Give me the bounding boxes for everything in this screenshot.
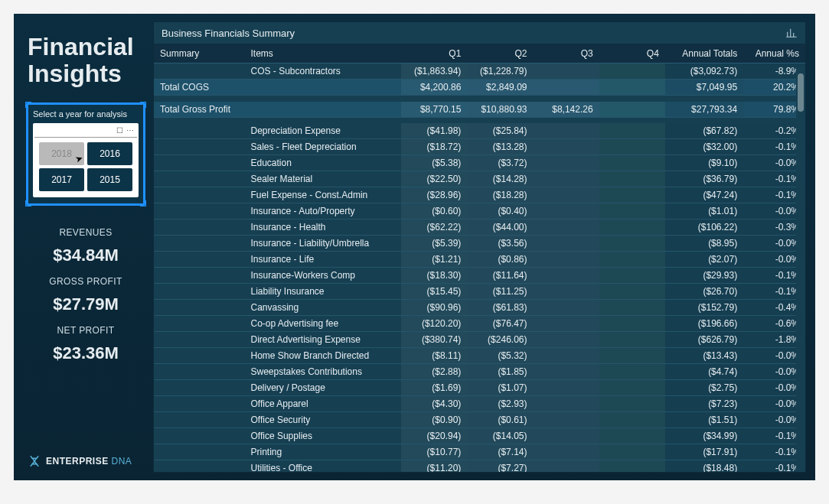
cell[interactable]: ($1.69) [401,380,467,396]
cell[interactable]: ($1.07) [467,380,533,396]
cell[interactable]: ($15.45) [401,284,467,300]
cell[interactable] [599,236,665,252]
cell[interactable]: ($18.72) [401,139,467,155]
cell[interactable]: ($1.21) [401,252,467,268]
cell[interactable] [533,332,599,348]
table-row[interactable]: Printing($10.77)($7.14)($17.91)-0.1% [154,444,805,460]
cell[interactable]: Insurance - Life [244,252,401,268]
table-row[interactable]: Office Apparel($4.30)($2.93)($7.23)-0.0% [154,396,805,412]
cell[interactable] [154,252,244,268]
cell[interactable] [154,444,244,460]
col-q3[interactable]: Q3 [533,44,599,63]
col-q4[interactable]: Q4 [599,44,665,63]
cell[interactable]: ($2.93) [467,396,533,412]
cell[interactable]: ($5.32) [467,348,533,364]
cell[interactable]: ($120.20) [401,316,467,332]
cell[interactable]: Insurance - Health [244,219,401,236]
cell[interactable] [599,428,665,444]
vertical-scrollbar[interactable] [796,67,805,472]
cell[interactable]: ($0.60) [401,203,467,219]
cell[interactable]: Sales - Fleet Depreciation [244,139,401,155]
table-row[interactable]: Insurance - Auto/Property($0.60)($0.40)(… [154,203,805,219]
cell[interactable]: ($7.23) [665,396,743,412]
cell[interactable]: ($2.88) [401,364,467,380]
cell[interactable] [154,364,244,380]
cell[interactable]: ($3.56) [467,236,533,252]
cell[interactable]: ($626.79) [665,332,743,348]
cell[interactable] [533,300,599,316]
cell[interactable]: ($1,863.94) [401,63,467,80]
cell[interactable]: ($44.00) [467,219,533,236]
cell[interactable] [599,444,665,460]
cell[interactable]: ($9.10) [665,155,743,171]
bar-chart-icon[interactable] [785,27,798,39]
cell[interactable] [154,268,244,284]
cell[interactable] [154,236,244,252]
cell[interactable]: ($22.50) [401,171,467,187]
year-slicer[interactable]: Select a year for analysis ☐ ⋯ 2018➤2016… [26,102,145,206]
table-row[interactable]: Home Show Branch Directed($8.11)($5.32)(… [154,348,805,364]
cell[interactable] [154,316,244,332]
cell[interactable] [154,139,244,155]
cell[interactable]: Co-op Advertising fee [244,316,401,332]
cell[interactable] [599,412,665,428]
cell[interactable] [533,380,599,396]
table-row[interactable]: Sales - Fleet Depreciation($18.72)($13.2… [154,139,805,155]
cell[interactable]: ($5.39) [401,236,467,252]
cell[interactable]: ($18.28) [467,187,533,203]
cell[interactable]: ($41.98) [401,123,467,139]
cell[interactable]: Insurance - Liability/Umbrella [244,236,401,252]
cell[interactable]: $27,793.34 [665,102,743,118]
cell[interactable]: ($246.06) [467,332,533,348]
cell[interactable] [244,102,401,118]
cell[interactable] [533,139,599,155]
cell[interactable] [599,460,665,473]
cell[interactable] [599,123,665,139]
cell[interactable]: Fuel Expense - Const.Admin [244,187,401,203]
cell[interactable]: Direct Advertising Expense [244,332,401,348]
cell[interactable] [599,332,665,348]
cell[interactable]: ($11.20) [401,460,467,473]
cell[interactable]: ($67.82) [665,123,743,139]
cell[interactable]: ($7.14) [467,444,533,460]
cell[interactable] [154,203,244,219]
more-options-icon[interactable]: ⋯ [126,126,134,135]
cell[interactable]: ($20.94) [401,428,467,444]
cell[interactable]: Sealer Material [244,171,401,187]
cell[interactable] [154,284,244,300]
cell[interactable] [154,396,244,412]
cell[interactable] [154,412,244,428]
cell[interactable] [154,219,244,236]
cell[interactable] [599,63,665,80]
col-q1[interactable]: Q1 [401,44,467,63]
cell[interactable] [533,284,599,300]
cell[interactable]: ($2.75) [665,380,743,396]
cell[interactable]: ($62.22) [401,219,467,236]
cell[interactable]: ($76.47) [467,316,533,332]
cell[interactable] [533,444,599,460]
cell[interactable] [599,139,665,155]
cell[interactable]: ($32.00) [665,139,743,155]
cell[interactable]: ($14.05) [467,428,533,444]
cell[interactable]: ($29.93) [665,268,743,284]
cell[interactable]: ($4.74) [665,364,743,380]
table-row[interactable]: COS - Subcontractors($1,863.94)($1,228.7… [154,63,805,80]
table-row[interactable]: Education($5.38)($3.72)($9.10)-0.0% [154,155,805,171]
table-row[interactable]: Total Gross Profit$8,770.15$10,880.93$8,… [154,102,805,118]
cell[interactable]: ($7.27) [467,460,533,473]
cell[interactable]: ($0.61) [467,412,533,428]
cell[interactable]: Office Supplies [244,428,401,444]
cell[interactable] [599,300,665,316]
focus-mode-icon[interactable]: ☐ [116,126,123,135]
cell[interactable]: ($1.51) [665,412,743,428]
cell[interactable] [533,219,599,236]
cell[interactable]: $8,770.15 [401,102,467,118]
table-row[interactable]: Office Security($0.90)($0.61)($1.51)-0.0… [154,412,805,428]
table-row[interactable]: Liability Insurance($15.45)($11.25)($26.… [154,284,805,300]
cell[interactable] [599,252,665,268]
cell[interactable]: Delivery / Postage [244,380,401,396]
cell[interactable] [599,219,665,236]
table-row[interactable]: Sweepstakes Contributions($2.88)($1.85)(… [154,364,805,380]
cell[interactable]: $7,049.95 [665,80,743,96]
cell[interactable] [154,380,244,396]
